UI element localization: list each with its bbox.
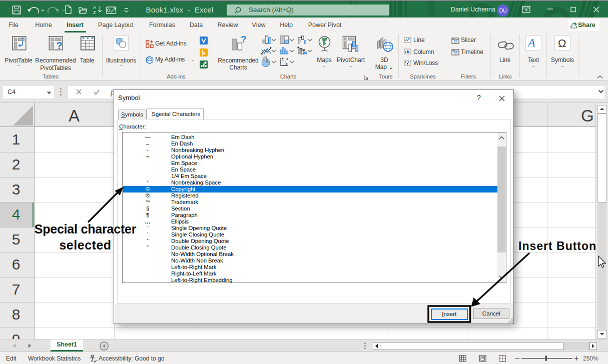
svg-text:?: ? [241, 36, 246, 44]
svg-text:?: ? [56, 40, 63, 51]
svg-text:A: A [93, 5, 96, 10]
svg-text:Z: Z [93, 10, 96, 15]
